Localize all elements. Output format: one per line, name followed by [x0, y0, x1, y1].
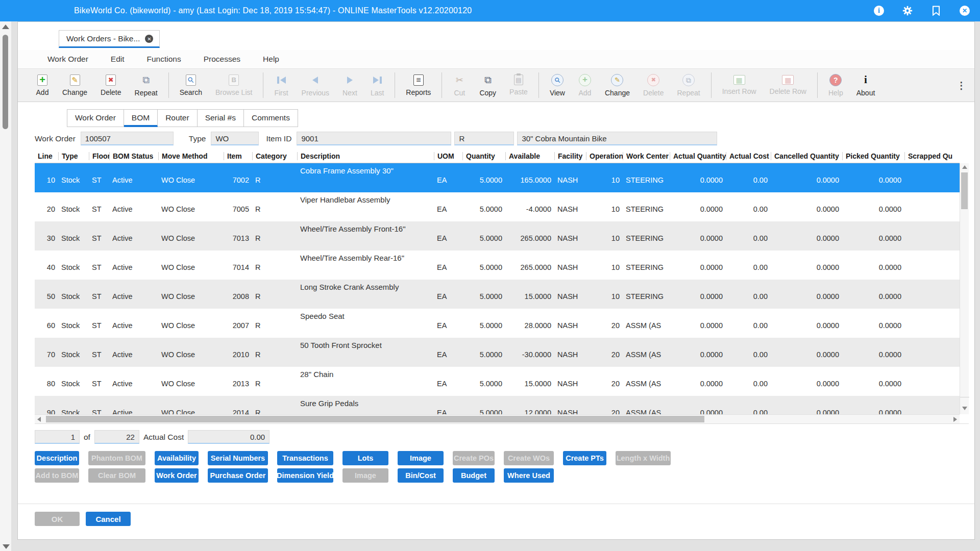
bookmark-icon[interactable] [930, 5, 942, 17]
column-header-work-center[interactable]: Work Center [623, 152, 670, 160]
tab-router[interactable]: Router [158, 109, 198, 127]
cell-scrapped-qu [904, 192, 953, 221]
grid-scroll-down-arrow-icon[interactable] [962, 407, 967, 410]
column-header-line[interactable]: Line [35, 152, 58, 160]
toolbar-view-button[interactable]: View [543, 74, 572, 97]
lots-button[interactable]: Lots [342, 451, 388, 465]
column-header-actual-quantity[interactable]: Actual Quantity [670, 152, 726, 160]
item-description-input[interactable] [517, 132, 717, 145]
item-id-input[interactable] [297, 132, 451, 145]
menu-item-help[interactable]: Help [263, 55, 279, 64]
column-header-actual-cost[interactable]: Actual Cost [726, 152, 771, 160]
grid-hscroll-thumb[interactable] [46, 416, 704, 422]
toolbar-about-button[interactable]: About [850, 74, 882, 97]
cell-category: R [252, 280, 297, 309]
table-row[interactable]: 90StockSTActiveWO Close2014RSure Grip Pe… [35, 396, 960, 414]
dimension-yield-button[interactable]: Dimension Yield [277, 468, 333, 483]
column-header-facility[interactable]: Facility [554, 152, 586, 160]
window-tab-work-orders[interactable]: Work Orders - Bike... ✕ [59, 30, 160, 48]
toolbar-add-button[interactable]: Add [29, 74, 56, 96]
scroll-up-arrow-icon[interactable] [2, 24, 9, 29]
grid-horizontal-scrollbar[interactable] [35, 414, 960, 423]
serial-numbers-button[interactable]: Serial Numbers [208, 451, 268, 465]
toolbar-copy-button[interactable]: Copy [473, 74, 503, 97]
grid-scroll-left-arrow-icon[interactable] [37, 417, 41, 422]
tab-work-order[interactable]: Work Order [67, 109, 124, 127]
grid-scroll-up-arrow-icon[interactable] [962, 165, 967, 169]
actual-cost-input[interactable] [188, 430, 270, 444]
toolbar-reports-button[interactable]: Reports [399, 74, 437, 96]
scroll-down-arrow-icon[interactable] [3, 544, 10, 549]
table-row[interactable]: 10StockSTActiveWO Close7002RCobra Frame … [35, 163, 960, 192]
table-row[interactable]: 80StockSTActiveWO Close2013R28" ChainEA5… [35, 367, 960, 396]
toolbar-change-button[interactable]: Change [598, 74, 636, 97]
column-header-move-method[interactable]: Move Method [158, 152, 224, 160]
column-header-uom[interactable]: UOM [434, 152, 462, 160]
table-row[interactable]: 20StockSTActiveWO Close7005RViper Handle… [35, 192, 960, 221]
cell-bom-status: Active [109, 251, 158, 280]
tab-comments[interactable]: Comments [244, 109, 298, 127]
where-used-button[interactable]: Where Used [504, 468, 554, 483]
cell-line: 10 [35, 163, 58, 192]
table-row[interactable]: 30StockSTActiveWO Close7013RWheel/Tire A… [35, 221, 960, 251]
column-header-available[interactable]: Available [505, 152, 554, 160]
tab-serial-s[interactable]: Serial #s [198, 109, 244, 127]
page-number-input[interactable] [35, 430, 80, 444]
grid-vscroll-thumb[interactable] [961, 172, 968, 209]
table-row[interactable]: 50StockSTActiveWO Close2008RLong Stroke … [35, 280, 960, 309]
cancel-button[interactable]: Cancel [86, 512, 131, 526]
cell-facility: NASH [554, 309, 586, 338]
toolbar-search-button[interactable]: Search [173, 74, 209, 96]
create-pts-button[interactable]: Create PTs [563, 451, 606, 465]
cell-available: 265.0000 [505, 221, 554, 251]
page-vertical-scrollbar[interactable] [0, 21, 11, 551]
column-header-quantity[interactable]: Quantity [462, 152, 505, 160]
toolbar-repeat-button[interactable]: Repeat [128, 74, 164, 97]
tab-close-icon[interactable]: ✕ [145, 35, 153, 43]
cell-line: 90 [35, 396, 58, 414]
transactions-button[interactable]: Transactions [277, 451, 333, 465]
column-header-type[interactable]: Type [58, 152, 89, 160]
budget-button[interactable]: Budget [453, 468, 495, 483]
page-total-input[interactable] [94, 430, 139, 444]
table-row[interactable]: 70StockSTActiveWO Close2010R50 Tooth Fro… [35, 338, 960, 367]
purchase-order-button[interactable]: Purchase Order [208, 468, 268, 483]
column-header-cancelled-quantity[interactable]: Cancelled Quantity [771, 152, 842, 160]
column-header-item[interactable]: Item [224, 152, 252, 160]
column-header-operation[interactable]: Operation [586, 152, 623, 160]
column-header-description[interactable]: Description [297, 152, 434, 160]
toolbar-insert-row-button: Insert Row [716, 75, 763, 95]
menu-item-work-order[interactable]: Work Order [47, 55, 88, 64]
grid-scroll-right-arrow-icon[interactable] [953, 417, 957, 422]
image-button[interactable]: Image [398, 451, 444, 465]
column-header-floor[interactable]: Floor [89, 152, 109, 160]
cell-picked-quantity: 0.0000 [842, 338, 904, 367]
info-icon[interactable]: i [873, 5, 885, 17]
menu-item-edit[interactable]: Edit [111, 55, 125, 64]
tab-bom[interactable]: BOM [124, 109, 158, 127]
table-row[interactable]: 60StockSTActiveWO Close2007RSpeedo SeatE… [35, 309, 960, 338]
grid-vertical-scrollbar[interactable] [960, 163, 969, 414]
availability-button[interactable]: Availability [155, 451, 199, 465]
menu-item-processes[interactable]: Processes [204, 55, 240, 64]
work-order-input[interactable] [81, 132, 174, 145]
type-input[interactable] [211, 132, 259, 145]
table-row[interactable]: 40StockSTActiveWO Close7014RWheel/Tire A… [35, 251, 960, 280]
column-header-category[interactable]: Category [252, 152, 297, 160]
cell-actual-cost: 0.00 [726, 192, 771, 221]
bin-cost-button[interactable]: Bin/Cost [398, 468, 444, 483]
gear-icon[interactable] [901, 5, 914, 17]
column-header-bom-status[interactable]: BOM Status [109, 152, 158, 160]
column-header-scrapped-qu[interactable]: Scrapped Qu [904, 152, 953, 160]
scrollbar-thumb[interactable] [3, 35, 8, 129]
more-options-icon[interactable]: ⋮ [957, 80, 966, 91]
close-icon[interactable]: ✕ [959, 5, 971, 17]
column-header-picked-quantity[interactable]: Picked Quantity [842, 152, 904, 160]
toolbar-delete-button[interactable]: Delete [94, 74, 128, 96]
revision-input[interactable] [454, 132, 514, 145]
toolbar-change-button[interactable]: Change [56, 74, 94, 96]
cell-facility: NASH [554, 280, 586, 309]
work-order-button[interactable]: Work Order [155, 468, 199, 483]
description-button[interactable]: Description [35, 451, 79, 465]
menu-item-functions[interactable]: Functions [147, 55, 181, 64]
